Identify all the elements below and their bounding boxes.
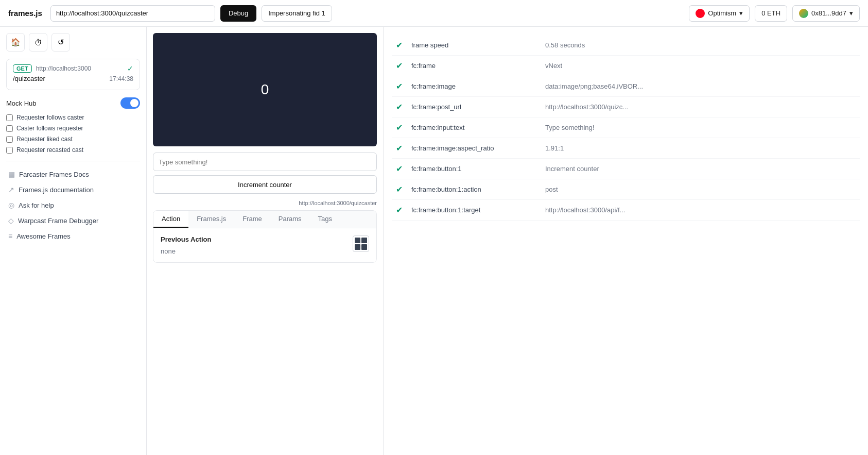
tab-tags[interactable]: Tags <box>310 211 340 228</box>
increment-counter-button[interactable]: Increment counter <box>153 175 377 194</box>
refresh-button[interactable]: ↺ <box>51 33 70 52</box>
checkbox-requester-recasted-cast[interactable]: Requester recasted cast <box>6 146 140 154</box>
action-tabs: Action Frames.js Frame Params Tags <box>153 211 376 228</box>
check-circle-icon: ✔ <box>396 185 403 194</box>
url-input[interactable] <box>50 5 215 22</box>
qr-sq <box>355 238 360 243</box>
chain-label: Optimism <box>708 9 736 17</box>
tab-framesjs[interactable]: Frames.js <box>188 211 234 228</box>
meta-key: fc:frame:button:1:target <box>407 200 541 221</box>
chain-selector[interactable]: Optimism ▾ <box>689 5 750 22</box>
check-col: ✔ <box>392 159 407 179</box>
right-panel: ✔ frame speed 0.58 seconds ✔ fc:frame vN… <box>384 27 868 455</box>
action-content: Previous Action none <box>153 228 376 262</box>
checkbox-label: Requester liked cast <box>16 136 73 143</box>
topbar: frames.js Debug Impersonating fid 1 Opti… <box>0 0 868 27</box>
qr-sq <box>361 244 367 250</box>
meta-value: 0.58 seconds <box>541 35 860 56</box>
meta-value: Increment counter <box>541 159 860 179</box>
address-button[interactable]: 0x81...9dd7 ▾ <box>792 5 860 22</box>
tab-params[interactable]: Params <box>270 211 310 228</box>
check-col: ✔ <box>392 200 407 221</box>
table-row: ✔ fc:frame:image data:image/png;base64,i… <box>392 76 860 97</box>
help-icon: ◎ <box>8 201 14 209</box>
previous-action-value: none <box>161 247 211 255</box>
meta-table: ✔ frame speed 0.58 seconds ✔ fc:frame vN… <box>392 35 860 221</box>
action-panel: Action Frames.js Frame Params Tags Previ… <box>153 210 377 263</box>
check-circle-icon: ✔ <box>396 164 403 173</box>
refresh-icon: ↺ <box>58 38 64 47</box>
external-link-icon: ↗ <box>8 186 14 194</box>
frame-input-area <box>153 153 377 171</box>
check-col: ✔ <box>392 117 407 138</box>
meta-value: http://localhost:3000/quizc... <box>541 97 860 117</box>
check-circle-icon: ✔ <box>396 123 403 132</box>
check-circle-icon: ✔ <box>396 61 403 70</box>
sidebar-link-farcaster-docs[interactable]: ▦ Farcaster Frames Docs <box>6 166 140 182</box>
table-row: ✔ fc:frame:button:1:action post <box>392 179 860 200</box>
meta-value: http://localhost:3000/api/f... <box>541 200 860 221</box>
sidebar-link-ask-help[interactable]: ◎ Ask for help <box>6 197 140 213</box>
tab-action[interactable]: Action <box>153 211 188 228</box>
home-button[interactable]: 🏠 <box>6 33 25 52</box>
center-panel: 0 Increment counter http://localhost:300… <box>147 27 384 455</box>
eth-balance: 0 ETH <box>755 5 787 22</box>
meta-key: fc:frame:image:aspect_ratio <box>407 138 541 159</box>
check-circle-icon: ✔ <box>396 82 403 91</box>
chevron-down-icon: ▾ <box>739 9 743 17</box>
checkbox-label: Requester follows caster <box>16 114 84 121</box>
request-row: GET http://localhost:3000 ✓ <box>13 64 133 73</box>
checkbox-label: Caster follows requester <box>16 125 83 132</box>
qr-sq <box>355 244 360 250</box>
qr-icon <box>353 235 369 252</box>
logo: frames.js <box>8 9 42 18</box>
request-host: http://localhost:3000 <box>36 65 91 72</box>
frame-url: http://localhost:3000/quizcaster <box>147 198 383 210</box>
frame-image-area: 0 <box>153 33 377 146</box>
checkbox-requester-follows-caster[interactable]: Requester follows caster <box>6 114 140 121</box>
sidebar-link-label: Ask for help <box>19 201 54 209</box>
frame-preview: 0 <box>153 33 377 146</box>
sidebar-link-framesjs-docs[interactable]: ↗ Frames.js documentation <box>6 182 140 197</box>
history-button[interactable]: ⏱ <box>29 33 47 52</box>
frame-text-input[interactable] <box>153 153 377 171</box>
impersonate-button[interactable]: Impersonating fid 1 <box>262 5 332 22</box>
table-row: ✔ fc:frame:input:text Type something! <box>392 117 860 138</box>
home-icon: 🏠 <box>11 38 21 47</box>
method-badge: GET <box>13 64 32 73</box>
check-col: ✔ <box>392 56 407 76</box>
request-block: GET http://localhost:3000 ✓ /quizcaster … <box>6 59 140 90</box>
check-col: ✔ <box>392 97 407 117</box>
tab-frame[interactable]: Frame <box>234 211 270 228</box>
frame-counter: 0 <box>261 81 269 98</box>
warpcast-icon: ◇ <box>8 216 14 225</box>
frame-button-area: Increment counter <box>153 175 377 194</box>
meta-key: fc:frame:button:1:action <box>407 179 541 200</box>
eth-amount: 0 ETH <box>761 9 780 17</box>
qr-sq <box>361 238 367 243</box>
table-row: ✔ fc:frame:post_url http://localhost:300… <box>392 97 860 117</box>
meta-value: data:image/png;base64,iVBOR... <box>541 76 860 97</box>
previous-action-label: Previous Action <box>161 235 211 243</box>
checkbox-caster-follows-requester[interactable]: Caster follows requester <box>6 125 140 132</box>
mock-hub-toggle[interactable] <box>120 97 140 109</box>
table-row: ✔ fc:frame vNext <box>392 56 860 76</box>
check-circle-icon: ✔ <box>396 206 403 214</box>
check-circle-icon: ✔ <box>396 103 403 111</box>
table-row: ✔ fc:frame:button:1 Increment counter <box>392 159 860 179</box>
meta-key: fc:frame:image <box>407 76 541 97</box>
divider <box>6 161 140 161</box>
check-col: ✔ <box>392 35 407 56</box>
action-content-row: Previous Action none <box>161 235 369 255</box>
sidebar: 🏠 ⏱ ↺ GET http://localhost:3000 ✓ /quizc… <box>0 27 147 455</box>
table-row: ✔ fc:frame:image:aspect_ratio 1.91:1 <box>392 138 860 159</box>
sidebar-link-warpcast-debugger[interactable]: ◇ Warpcast Frame Debugger <box>6 213 140 228</box>
mock-hub-label: Mock Hub <box>6 99 37 107</box>
sidebar-link-awesome-frames[interactable]: ≡ Awesome Frames <box>6 228 140 244</box>
sidebar-link-label: Awesome Frames <box>16 232 71 240</box>
checkbox-group: Requester follows caster Caster follows … <box>6 114 140 154</box>
checkbox-requester-liked-cast[interactable]: Requester liked cast <box>6 136 140 143</box>
sidebar-link-label: Frames.js documentation <box>19 186 94 194</box>
main-layout: 🏠 ⏱ ↺ GET http://localhost:3000 ✓ /quizc… <box>0 27 868 455</box>
debug-button[interactable]: Debug <box>220 5 256 22</box>
